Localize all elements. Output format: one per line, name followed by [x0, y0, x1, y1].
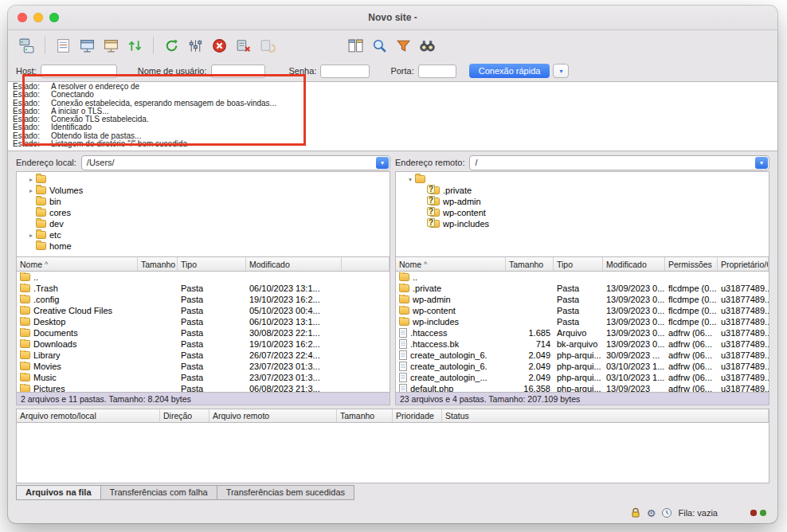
directory-comparison-button[interactable] [345, 35, 366, 57]
port-input[interactable] [418, 65, 456, 78]
quickconnect-bar: Host: Nome de usuário: Senha: Porta: Con… [8, 61, 777, 81]
host-input[interactable] [41, 65, 117, 78]
password-input[interactable] [320, 65, 370, 78]
queue-tab[interactable]: Arquivos na fila [16, 485, 101, 500]
lock-icon[interactable] [630, 507, 641, 518]
remote-path-combo[interactable]: / ▾ [469, 155, 769, 170]
file-row[interactable]: Documents Pasta 30/08/2023 22:1... [17, 327, 390, 338]
folder-icon [429, 220, 440, 228]
file-row[interactable]: Movies Pasta 23/07/2023 01:3... [17, 361, 390, 372]
file-row[interactable]: create_autologin_... 2.049 php-arqui... … [396, 372, 769, 383]
disconnect-button[interactable] [233, 35, 254, 57]
cancel-icon [211, 37, 228, 54]
tree-item[interactable]: wp-content [396, 207, 769, 218]
tree-item[interactable]: home [17, 241, 390, 252]
tree-item[interactable]: wp-includes [396, 218, 769, 229]
tree-item[interactable]: ▸ etc [17, 229, 390, 241]
file-row[interactable]: Desktop Pasta 06/10/2023 13:1... [17, 316, 390, 327]
folder-icon [399, 328, 407, 338]
queue-column-status[interactable]: Status [442, 409, 769, 422]
username-input[interactable] [211, 65, 265, 78]
toolbar [8, 30, 777, 61]
column-header-modified[interactable]: Modificado [603, 257, 665, 271]
toggle-remote-tree-button[interactable] [100, 35, 122, 57]
file-row[interactable]: wp-content Pasta 13/09/2023 0... flcdmpe… [396, 305, 769, 316]
column-header-name[interactable]: Nome^ [396, 257, 506, 271]
file-row[interactable]: Pictures Pasta 06/08/2023 21:3... [17, 383, 390, 393]
queue-list-area [16, 423, 769, 483]
column-header-size[interactable]: Tamanho [506, 257, 554, 271]
toggle-transfer-queue-button[interactable] [124, 35, 146, 57]
tree-item[interactable]: cores [17, 207, 390, 218]
transfer-queue-icon [127, 37, 143, 54]
column-header-permissions[interactable]: Permissões [665, 257, 718, 271]
file-row[interactable]: .htaccess 1.685 Arquivo 13/09/2023 0... … [396, 327, 769, 338]
search-files-button[interactable] [417, 35, 438, 57]
local-path-combo[interactable]: /Users/ ▾ [81, 155, 390, 170]
file-row[interactable]: Creative Cloud Files Pasta 05/10/2023 00… [17, 305, 390, 316]
folder-icon [429, 186, 440, 194]
file-row[interactable]: .. [396, 272, 769, 283]
titlebar[interactable]: Novo site - [8, 6, 777, 30]
file-row[interactable]: .. [17, 272, 390, 283]
chevron-down-icon[interactable]: ▾ [755, 157, 768, 169]
column-header-owner[interactable]: Proprietário/Gru... [718, 257, 769, 271]
file-row[interactable]: wp-admin Pasta 13/09/2023 0... flcdmpe (… [396, 294, 769, 305]
column-header-type[interactable]: Tipo [178, 257, 246, 271]
column-header-modified[interactable]: Modificado [246, 257, 342, 271]
queue-column-local-file[interactable]: Arquivo remoto/local [17, 409, 160, 422]
file-row[interactable]: Music Pasta 23/07/2023 01:3... [17, 372, 390, 383]
cancel-operation-button[interactable] [209, 35, 230, 57]
disclosure-triangle-icon[interactable]: ▸ [26, 232, 36, 239]
disclosure-triangle-icon[interactable]: ▸ [26, 176, 36, 183]
toggle-message-log-button[interactable] [53, 35, 74, 57]
tree-item[interactable]: ▸ Volumes [17, 185, 390, 196]
tree-item[interactable]: ▾ [396, 174, 769, 185]
queue-column-remote-file[interactable]: Arquivo remoto [209, 409, 337, 422]
tree-item[interactable]: ▸ [17, 174, 390, 185]
disclosure-triangle-icon[interactable]: ▾ [405, 176, 415, 183]
minimize-window-button[interactable] [33, 13, 43, 22]
tree-item[interactable]: .private [396, 185, 769, 196]
quickconnect-dropdown-button[interactable]: ▾ [553, 64, 569, 78]
file-row[interactable]: .htaccess.bk 714 bk-arquivo 13/09/2023 0… [396, 338, 769, 350]
clock-icon[interactable] [661, 507, 672, 518]
column-header-size[interactable]: Tamanho [138, 257, 178, 271]
file-row[interactable]: wp-includes Pasta 13/09/2023 0... flcdmp… [396, 316, 769, 327]
file-row[interactable]: Downloads Pasta 19/10/2023 16:2... [17, 338, 390, 350]
file-row[interactable]: .Trash Pasta 06/10/2023 13:1... [17, 283, 390, 294]
process-queue-button[interactable] [185, 35, 206, 57]
zoom-window-button[interactable] [49, 13, 59, 22]
file-row[interactable]: .private Pasta 13/09/2023 0... flcdmpe (… [396, 283, 769, 294]
chevron-down-icon[interactable]: ▾ [376, 157, 389, 169]
gear-icon[interactable]: ⚙ [647, 508, 656, 518]
site-manager-button[interactable] [16, 35, 37, 57]
column-header-name[interactable]: Nome^ [17, 257, 138, 271]
file-row[interactable]: default.php 16.358 php-arqui... 13/09/20… [396, 383, 769, 393]
tree-item[interactable]: wp-admin [396, 196, 769, 207]
remote-status-footer: 23 arquivos e 4 pastas. Tamanho: 207.109… [395, 393, 769, 405]
folder-icon [36, 209, 46, 217]
column-header-type[interactable]: Tipo [554, 257, 603, 271]
file-row[interactable]: .config Pasta 19/10/2023 16:2... [17, 294, 390, 305]
queue-column-size[interactable]: Tamanho [337, 409, 393, 422]
close-window-button[interactable] [18, 13, 27, 22]
toggle-local-tree-button[interactable] [76, 35, 98, 57]
synchronized-browsing-button[interactable] [369, 35, 390, 57]
queue-tab[interactable]: Transferências bem sucedidas [217, 485, 354, 500]
quickconnect-button[interactable]: Conexão rápida [469, 64, 550, 78]
tree-item[interactable]: dev [17, 218, 390, 229]
file-row[interactable]: create_autologin_6. 2.049 php-arqui... 0… [396, 361, 769, 372]
filename-filters-button[interactable] [393, 35, 414, 57]
reconnect-button[interactable] [256, 35, 278, 57]
queue-column-priority[interactable]: Prioridade [393, 409, 442, 422]
queue-column-direction[interactable]: Direção [160, 409, 209, 422]
tree-item[interactable]: bin [17, 196, 390, 207]
file-row[interactable]: Library Pasta 26/07/2023 22:4... [17, 350, 390, 361]
file-row[interactable]: create_autologin_6. 2.049 php-arqui... 3… [396, 350, 769, 361]
remote-address-label: Endereço remoto: [395, 158, 464, 167]
queue-status-text: Fila: vazia [678, 508, 718, 518]
queue-tab[interactable]: Transferências com falha [100, 485, 217, 500]
disclosure-triangle-icon[interactable]: ▸ [26, 187, 36, 194]
refresh-button[interactable] [161, 35, 182, 57]
